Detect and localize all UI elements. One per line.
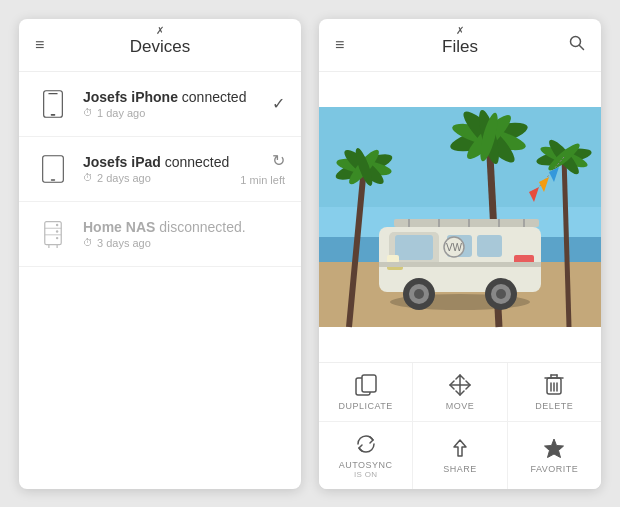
- move-icon: [449, 373, 471, 397]
- svg-rect-3: [43, 155, 64, 182]
- nas-name: Home NAS disconnected.: [83, 219, 285, 235]
- svg-line-14: [580, 45, 584, 49]
- bluetooth-icon-right: ✗: [456, 25, 464, 36]
- files-panel: ✗ ≡ Files: [319, 19, 601, 489]
- files-title: Files: [442, 37, 478, 57]
- duplicate-button[interactable]: DUPLICATE: [319, 363, 413, 421]
- clock-icon-nas: ⏱: [83, 237, 93, 248]
- ipad-time-left: 1 min left: [240, 174, 285, 186]
- share-button[interactable]: SHARE: [413, 422, 507, 489]
- share-icon: [449, 436, 471, 460]
- clock-icon-iphone: ⏱: [83, 107, 93, 118]
- files-header: ✗ ≡ Files: [319, 19, 601, 72]
- svg-rect-5: [45, 221, 61, 244]
- iphone-info: Josefs iPhone connected ⏱ 1 day ago: [83, 89, 272, 119]
- svg-rect-1: [48, 93, 57, 94]
- clock-icon-ipad: ⏱: [83, 172, 93, 183]
- nas-info: Home NAS disconnected. ⏱ 3 days ago: [83, 219, 285, 249]
- autosync-button[interactable]: AUTOSYNC IS ON: [319, 422, 413, 489]
- files-menu-icon[interactable]: ≡: [335, 36, 344, 54]
- delete-icon: [544, 373, 564, 397]
- svg-point-9: [56, 230, 58, 232]
- duplicate-label: DUPLICATE: [338, 401, 392, 411]
- devices-header: ✗ ≡ Devices: [19, 19, 301, 72]
- menu-icon[interactable]: ≡: [35, 36, 44, 54]
- svg-point-61: [496, 289, 506, 299]
- move-button[interactable]: MOVE: [413, 363, 507, 421]
- devices-panel: ✗ ≡ Devices Josefs iPhone connected ⏱ 1 …: [19, 19, 301, 489]
- svg-rect-66: [362, 375, 376, 392]
- delete-button[interactable]: DELETE: [508, 363, 601, 421]
- iphone-action: ✓: [272, 94, 285, 113]
- device-item-ipad[interactable]: Josefs iPad connected ⏱ 2 days ago ↻ 1 m…: [19, 137, 301, 202]
- svg-rect-44: [395, 235, 433, 260]
- ipad-action: ↻ 1 min left: [240, 151, 285, 186]
- ipad-icon: [35, 151, 71, 187]
- share-label: SHARE: [443, 464, 477, 474]
- autosync-label: AUTOSYNC: [339, 460, 393, 470]
- duplicate-icon: [355, 373, 377, 397]
- sync-icon: ↻: [272, 151, 285, 170]
- nas-meta: ⏱ 3 days ago: [83, 237, 285, 249]
- ipad-info: Josefs iPad connected ⏱ 2 days ago: [83, 154, 240, 184]
- action-row-1: DUPLICATE MOVE: [319, 363, 601, 422]
- autosync-icon: [355, 432, 377, 456]
- svg-marker-77: [545, 439, 564, 458]
- nas-icon: [35, 216, 71, 252]
- ipad-name: Josefs iPad connected: [83, 154, 240, 170]
- check-icon: ✓: [272, 94, 285, 113]
- photo-area: VW: [319, 72, 601, 362]
- ipad-time: 2 days ago: [97, 172, 151, 184]
- nas-time: 3 days ago: [97, 237, 151, 249]
- move-label: MOVE: [446, 401, 475, 411]
- iphone-name: Josefs iPhone connected: [83, 89, 272, 105]
- devices-title: Devices: [130, 37, 190, 57]
- svg-point-10: [56, 236, 58, 238]
- action-row-2: AUTOSYNC IS ON SHARE FAVORITE: [319, 422, 601, 489]
- svg-rect-48: [387, 255, 399, 263]
- svg-rect-0: [44, 90, 63, 116]
- svg-rect-2: [51, 114, 56, 116]
- svg-rect-4: [51, 179, 55, 180]
- svg-rect-46: [477, 235, 502, 257]
- bluetooth-icon: ✗: [156, 25, 164, 36]
- iphone-time: 1 day ago: [97, 107, 145, 119]
- iphone-icon: [35, 86, 71, 122]
- svg-text:VW: VW: [446, 242, 463, 253]
- delete-label: DELETE: [535, 401, 573, 411]
- favorite-icon: [543, 436, 565, 460]
- favorite-button[interactable]: FAVORITE: [508, 422, 601, 489]
- device-list: Josefs iPhone connected ⏱ 1 day ago ✓: [19, 72, 301, 489]
- svg-point-8: [56, 223, 58, 225]
- search-icon[interactable]: [569, 35, 585, 55]
- ipad-meta: ⏱ 2 days ago: [83, 172, 240, 184]
- iphone-meta: ⏱ 1 day ago: [83, 107, 272, 119]
- svg-rect-62: [379, 262, 541, 267]
- svg-point-58: [414, 289, 424, 299]
- favorite-label: FAVORITE: [530, 464, 578, 474]
- action-bar: DUPLICATE MOVE: [319, 362, 601, 489]
- svg-rect-50: [394, 219, 539, 227]
- device-item-nas[interactable]: Home NAS disconnected. ⏱ 3 days ago: [19, 202, 301, 267]
- autosync-sublabel: IS ON: [354, 470, 377, 479]
- device-item-iphone[interactable]: Josefs iPhone connected ⏱ 1 day ago ✓: [19, 72, 301, 137]
